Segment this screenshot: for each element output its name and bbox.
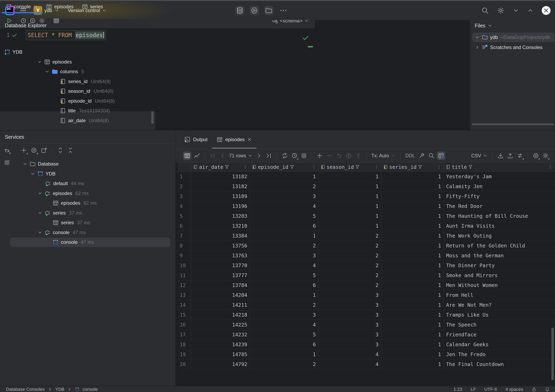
column-header-series_id[interactable]: series_id (381, 162, 444, 171)
auto-refresh-button[interactable] (290, 152, 299, 160)
cell-season_id[interactable]: 1 (318, 181, 381, 191)
services-item-episodes[interactable]: episodes62 ms (0, 189, 175, 198)
first-page-button[interactable] (209, 152, 217, 160)
cell-series_id[interactable]: 1 (381, 261, 444, 270)
cell-episode_id[interactable]: 1 (250, 231, 318, 241)
add-service-button[interactable] (19, 146, 28, 155)
cell-air_date[interactable]: 13189 (191, 191, 250, 201)
inspection-widget[interactable] (302, 34, 309, 43)
cell-air_date[interactable]: 13203 (191, 211, 250, 221)
table-row[interactable]: 613210611Aunt Irma Visits (178, 221, 555, 231)
ddl-button[interactable]: DDL (404, 152, 416, 160)
column-header-air_date[interactable]: air_date (191, 162, 250, 171)
table-row[interactable]: 1013770421The Dinner Party (178, 261, 555, 270)
cell-episode_id[interactable]: 3 (250, 191, 318, 201)
cell-title[interactable]: Fifty-Fifty (444, 191, 555, 201)
cell-season_id[interactable]: 2 (318, 261, 381, 270)
unlock-icon[interactable] (532, 387, 536, 392)
chevron-down-icon[interactable] (513, 7, 519, 14)
services-item-series[interactable]: series37 ms (0, 208, 175, 218)
table-row[interactable]: 213182211Calamity Jen (178, 181, 555, 191)
grid-settings-button[interactable] (541, 152, 550, 160)
cell-episode_id[interactable]: 1 (250, 172, 318, 181)
services-item-default[interactable]: default44 ms (0, 179, 175, 189)
cell-series_id[interactable]: 1 (381, 330, 444, 340)
cell-title[interactable]: Moss and the German (444, 251, 555, 261)
cell-series_id[interactable]: 1 (381, 270, 444, 280)
grid-view-button[interactable] (183, 152, 191, 160)
files-title[interactable]: Files (475, 23, 485, 29)
tab-series[interactable]: series (78, 0, 107, 13)
cell-title[interactable]: Are We Not Men? (444, 300, 555, 310)
table-row[interactable]: 513203511The Haunting of Bill Crouse (178, 211, 555, 221)
chevron-right-icon[interactable] (475, 45, 480, 50)
indent-setting[interactable]: 4 spaces (505, 387, 523, 392)
tab-output[interactable]: Output (180, 131, 212, 149)
cell-season_id[interactable]: 1 (318, 191, 381, 201)
funnel-icon[interactable] (418, 165, 423, 169)
cell-season_id[interactable]: 1 (318, 221, 381, 231)
column-header-title[interactable]: title (444, 162, 555, 171)
dbx-item-air-date[interactable]: air_dateUint64(8) (0, 116, 155, 126)
chevron-down-icon[interactable] (45, 69, 50, 74)
table-row[interactable]: 1414211231Are We Not Men? (178, 300, 555, 310)
cell-series_id[interactable]: 1 (381, 172, 444, 181)
cell-series_id[interactable]: 1 (381, 201, 444, 211)
pin-tab-button[interactable] (417, 152, 426, 160)
cell-air_date[interactable]: 13210 (191, 221, 250, 231)
cell-title[interactable]: Jen The Fredo (444, 349, 555, 359)
table-row[interactable]: 413196411The Red Door (178, 201, 555, 211)
cell-title[interactable]: Smoke and Mirrors (444, 270, 555, 280)
tab-console[interactable]: console (2, 0, 42, 13)
previous-page-button[interactable] (218, 152, 227, 160)
cell-series_id[interactable]: 1 (381, 300, 444, 310)
sort-icon[interactable] (374, 165, 379, 169)
cell-air_date[interactable]: 14785 (191, 349, 250, 359)
cell-season_id[interactable]: 1 (318, 201, 381, 211)
sort-icon[interactable] (243, 165, 248, 169)
breadcrumb-item[interactable]: YDB (55, 387, 64, 392)
cell-air_date[interactable]: 13777 (191, 270, 250, 280)
cell-episode_id[interactable]: 5 (250, 211, 318, 221)
cell-title[interactable]: The Dinner Party (444, 261, 555, 270)
services-item-console[interactable]: console47 ms (0, 237, 175, 247)
line-ending[interactable]: LF (471, 387, 476, 392)
history-button[interactable] (19, 16, 28, 25)
sort-icon[interactable] (548, 165, 553, 169)
funnel-icon[interactable] (290, 165, 294, 169)
cell-series_id[interactable]: 1 (381, 221, 444, 231)
cell-episode_id[interactable]: 5 (250, 270, 318, 280)
gear-icon[interactable] (497, 7, 504, 14)
files-item-scratches[interactable]: Scratches and Consoles (470, 42, 555, 52)
cell-air_date[interactable]: 13756 (191, 241, 250, 251)
cell-series_id[interactable]: 1 (381, 359, 444, 369)
cell-title[interactable]: The Work Outing (444, 231, 555, 241)
table-row[interactable]: 313189311Fifty-Fifty (178, 191, 555, 201)
last-page-button[interactable] (265, 152, 273, 160)
table-row[interactable]: 1514218331Tramps Like Us (178, 310, 555, 320)
chevron-down-icon[interactable] (475, 35, 480, 40)
cell-air_date[interactable]: 13196 (191, 201, 250, 211)
services-item-database[interactable]: Database (0, 159, 175, 169)
cell-episode_id[interactable]: 4 (250, 320, 318, 330)
more-actions-button[interactable] (279, 6, 288, 15)
cell-air_date[interactable]: 13384 (191, 231, 250, 241)
toggle-filters-button[interactable] (437, 152, 445, 160)
chevron-down-icon[interactable] (37, 211, 42, 215)
horizontal-scrollbar[interactable] (472, 123, 554, 125)
tab-episodes[interactable]: episodes (42, 0, 78, 13)
cell-season_id[interactable]: 4 (318, 359, 381, 369)
cell-episode_id[interactable]: 2 (250, 359, 318, 369)
import-button[interactable] (506, 152, 514, 160)
execute-button[interactable] (4, 16, 14, 25)
next-page-button[interactable] (255, 152, 263, 160)
cell-season_id[interactable]: 1 (318, 172, 381, 181)
cell-title[interactable]: Aunt Irma Visits (444, 221, 555, 231)
expand-all-button[interactable] (56, 146, 65, 155)
table-row[interactable]: 1814239631Calendar Geeks (178, 340, 555, 349)
row-count-selector[interactable]: 71 rows (228, 153, 254, 159)
export-format-selector[interactable]: CSV (470, 153, 489, 159)
cell-episode_id[interactable]: 2 (250, 181, 318, 191)
cell-episode_id[interactable]: 2 (250, 300, 318, 310)
funnel-icon[interactable] (355, 165, 360, 169)
